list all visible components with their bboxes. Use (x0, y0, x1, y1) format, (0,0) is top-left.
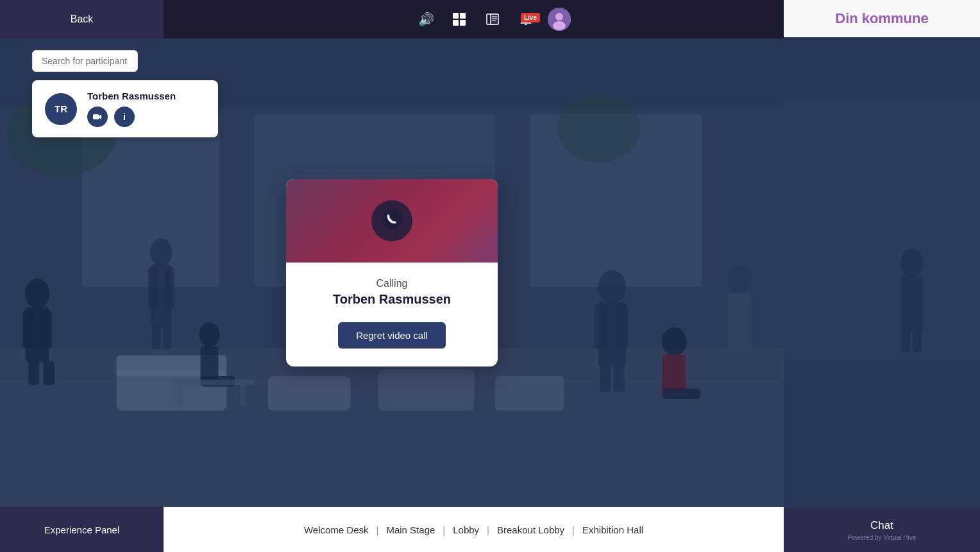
regret-video-call-button[interactable]: Regret video call (338, 322, 446, 349)
calling-modal-overlay: Calling Torben Rasmussen Regret video ca… (0, 39, 784, 507)
phone-icon (382, 209, 402, 234)
right-sidebar-header: Din kommune (784, 0, 980, 37)
calling-modal: Calling Torben Rasmussen Regret video ca… (286, 179, 498, 367)
call-icon-circle (371, 200, 412, 241)
nav-separator-2: | (443, 524, 445, 535)
chat-button[interactable]: Chat (870, 519, 893, 532)
svg-point-57 (382, 209, 402, 229)
right-sidebar-content (784, 37, 980, 508)
powered-by-label: Powered by Virtual Hive (848, 534, 917, 541)
nav-item-breakout-lobby[interactable]: Breakout Lobby (494, 524, 567, 535)
nav-item-welcome-desk[interactable]: Welcome Desk (301, 524, 371, 535)
navigation-bar: Welcome Desk | Main Stage | Lobby | Brea… (164, 507, 784, 552)
calling-modal-header (286, 179, 498, 263)
nav-item-main-stage[interactable]: Main Stage (384, 524, 437, 535)
svg-rect-2 (453, 20, 459, 26)
calling-status-label: Calling (305, 278, 478, 289)
svg-rect-0 (453, 13, 459, 19)
volume-icon[interactable]: 🔊 (414, 8, 437, 31)
notifications-wrapper: Live (514, 8, 537, 31)
back-button[interactable]: Back (0, 0, 164, 39)
layout-icon[interactable] (448, 8, 471, 31)
nav-separator-1: | (376, 524, 379, 535)
avatar[interactable] (548, 8, 571, 31)
experience-panel-button[interactable]: Experience Panel (0, 507, 164, 552)
top-bar: Back 🔊 (0, 0, 784, 39)
app-container: Back 🔊 (0, 0, 980, 552)
calling-modal-body: Calling Torben Rasmussen Regret video ca… (286, 263, 498, 367)
bottom-bar: Experience Panel Welcome Desk | Main Sta… (0, 507, 784, 552)
pages-icon[interactable] (481, 8, 504, 31)
nav-separator-4: | (572, 524, 575, 535)
right-sidebar-footer: Chat Powered by Virtual Hive (784, 508, 980, 552)
nav-item-lobby[interactable]: Lobby (450, 524, 482, 535)
nav-item-exhibition-hall[interactable]: Exhibition Hall (580, 524, 646, 535)
nav-separator-3: | (487, 524, 489, 535)
svg-rect-64 (784, 37, 980, 508)
svg-rect-5 (491, 14, 498, 24)
svg-point-12 (553, 21, 566, 30)
calling-person-name: Torben Rasmussen (305, 292, 478, 307)
svg-rect-3 (460, 20, 466, 26)
main-area: Back 🔊 (0, 0, 784, 552)
right-sidebar: Din kommune Chat Powered by Virtual Hive (784, 0, 980, 552)
scene-area: TR Torben Rasmussen i (0, 39, 784, 507)
top-bar-icons: 🔊 (404, 0, 581, 39)
svg-point-11 (555, 13, 563, 21)
sidebar-title: Din kommune (835, 10, 928, 27)
svg-rect-1 (460, 13, 466, 19)
live-badge: Live (521, 13, 540, 22)
